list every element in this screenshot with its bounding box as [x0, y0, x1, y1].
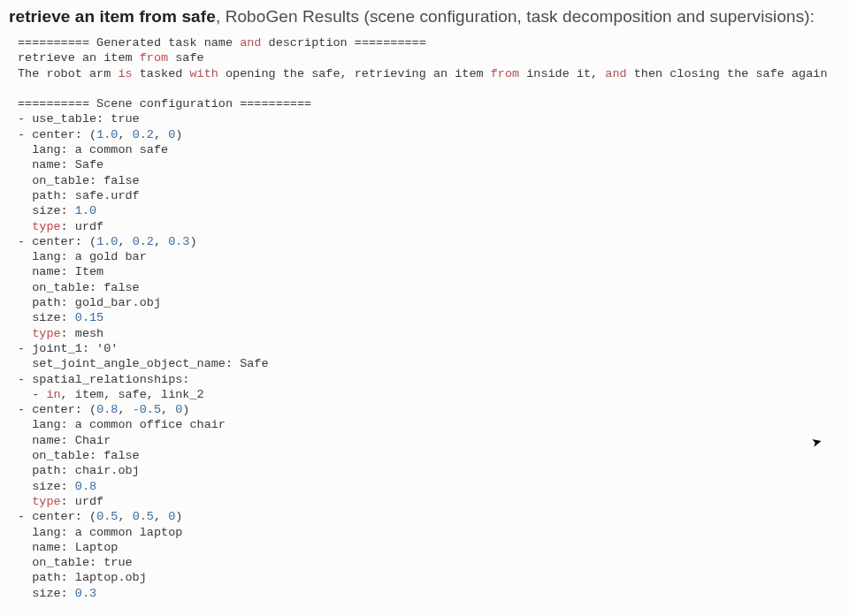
text-token: path: gold_bar.obj	[18, 296, 161, 309]
number-token: 1.0	[96, 128, 118, 141]
text-token: ========== Generated task name	[18, 36, 240, 49]
text-token: : urdf	[61, 220, 104, 233]
text-token: path: chair.obj	[18, 464, 140, 477]
text-token: size:	[18, 311, 75, 324]
text-token: name: Item	[18, 265, 103, 278]
text-token: )	[182, 403, 189, 416]
text-token: on_table: false	[18, 281, 140, 294]
text-token: ,	[118, 403, 132, 416]
number-token: 1.0	[75, 204, 96, 217]
text-token: ,	[118, 128, 132, 141]
title-rest: , RoboGen Results (scene configuration, …	[216, 7, 815, 26]
text-token: , item, safe, link_2	[61, 388, 204, 401]
keyword-token: type	[32, 220, 60, 233]
text-token: size:	[18, 587, 75, 600]
keyword-token: from	[491, 67, 519, 80]
text-token: ========== Scene configuration =========…	[18, 97, 311, 110]
text-token: ,	[118, 510, 132, 523]
text-token: name: Safe	[18, 158, 103, 171]
text-token: ,	[154, 128, 168, 141]
text-token: -	[18, 388, 46, 401]
text-token: size:	[18, 204, 75, 217]
number-token: 0.8	[96, 403, 118, 416]
text-token: - center: (	[18, 510, 96, 523]
number-token: 0.2	[133, 235, 154, 248]
page: retrieve an item from safe, RoboGen Resu…	[0, 0, 849, 610]
text-token: - spatial_relationships:	[18, 373, 189, 386]
keyword-token: from	[140, 51, 168, 65]
keyword-token: and	[605, 67, 626, 80]
number-token: 0.5	[96, 510, 118, 523]
keyword-token: is	[118, 67, 132, 80]
text-token: on_table: false	[18, 449, 140, 462]
keyword-token: type	[32, 327, 60, 340]
number-token: 0.3	[75, 587, 96, 600]
text-token: set_joint_angle_object_name: Safe	[18, 357, 269, 370]
code-block: ========== Generated task name and descr…	[9, 35, 840, 601]
text-token: - center: (	[18, 403, 96, 416]
text-token: ,	[154, 510, 168, 523]
text-token: path: laptop.obj	[18, 571, 147, 584]
text-token: - center: (	[18, 128, 96, 141]
number-token: -0.5	[133, 403, 161, 416]
keyword-token: with	[189, 67, 218, 80]
text-token: The robot arm	[18, 67, 118, 80]
title-bold: retrieve an item from safe	[9, 7, 216, 26]
keyword-token: in	[46, 388, 60, 401]
text-token: - center: (	[18, 235, 96, 248]
text-token: : mesh	[61, 327, 104, 340]
keyword-token: and	[240, 36, 261, 49]
text-token: description ==========	[261, 36, 425, 49]
number-token: 0.8	[75, 480, 96, 493]
number-token: 0.3	[168, 235, 189, 248]
text-token: name: Chair	[18, 434, 111, 447]
text-token	[18, 495, 32, 508]
number-token: 0.2	[133, 128, 154, 141]
text-token: : urdf	[61, 495, 104, 508]
page-title: retrieve an item from safe, RoboGen Resu…	[9, 7, 840, 27]
text-token: name: Laptop	[18, 541, 118, 554]
text-token: ,	[161, 403, 175, 416]
text-token	[18, 220, 32, 233]
number-token: 0.15	[75, 311, 103, 324]
text-token: )	[189, 235, 196, 248]
text-token: lang: a common office chair	[18, 418, 226, 431]
text-token: opening the safe, retrieving an item	[218, 67, 491, 80]
text-token: inside it,	[519, 67, 605, 80]
text-token: retrieve an item	[18, 51, 140, 65]
text-token: tasked	[133, 67, 190, 80]
text-token: on_table: false	[18, 174, 140, 187]
text-token: )	[175, 128, 182, 141]
number-token: 1.0	[96, 235, 118, 248]
text-token: - use_table: true	[18, 112, 140, 125]
text-token: on_table: true	[18, 556, 133, 569]
text-token: then closing the safe again	[627, 67, 828, 80]
text-token: )	[175, 510, 182, 523]
text-token: safe	[168, 51, 204, 65]
text-token: - joint_1: '0'	[18, 342, 118, 355]
text-token: lang: a common laptop	[18, 526, 182, 539]
number-token: 0.5	[133, 510, 154, 523]
text-token: path: safe.urdf	[18, 189, 140, 202]
keyword-token: type	[32, 495, 60, 508]
text-token: lang: a gold bar	[18, 250, 147, 263]
text-token: ,	[118, 235, 132, 248]
text-token: ,	[154, 235, 168, 248]
text-token: lang: a common safe	[18, 143, 168, 156]
text-token: size:	[18, 480, 75, 493]
text-token	[18, 327, 32, 340]
